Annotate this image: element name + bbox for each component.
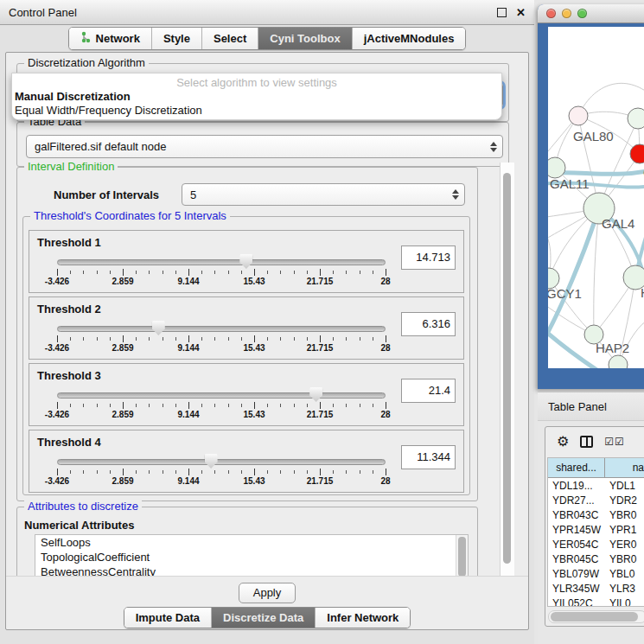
threshold-slider[interactable]: -3.4262.8599.14415.4321.71528 <box>38 318 394 357</box>
slider-handle[interactable] <box>205 454 218 469</box>
tick-mark <box>280 404 281 407</box>
float-window-icon[interactable] <box>497 8 507 17</box>
tab-infer-network[interactable]: Infer Network <box>315 608 410 628</box>
scale-label: 2.859 <box>112 476 133 486</box>
slider-track[interactable] <box>57 459 386 465</box>
network-canvas[interactable]: GAL80GACGAL11GAL4GCY1HHAP2 <box>548 27 644 368</box>
tab-impute-data[interactable]: Impute Data <box>124 608 211 628</box>
slider-track[interactable] <box>57 392 386 399</box>
network-node-ga[interactable] <box>628 108 644 129</box>
slider-track[interactable] <box>57 326 386 332</box>
number-of-intervals-combobox[interactable]: 5 <box>182 183 465 206</box>
tab-style[interactable]: Style <box>151 28 201 49</box>
table-row[interactable]: YLR345WYLR3 <box>548 581 644 596</box>
attribute-item-betweennesscentrality[interactable]: BetweennessCentrality <box>35 564 468 576</box>
tick-mark <box>97 470 98 474</box>
threshold-slider[interactable]: -3.4262.8599.14415.4321.71528 <box>38 252 394 290</box>
algorithm-option-equal-width[interactable]: Equal Width/Frequency Discretization <box>12 103 501 117</box>
cell-shared-name: YER054C <box>548 539 605 551</box>
table-row[interactable]: YDR27...YDR2 <box>548 493 644 507</box>
table-row[interactable]: YER054CYER0 <box>548 537 644 552</box>
tab-label: Discretize Data <box>223 611 303 624</box>
tick-mark <box>214 271 215 274</box>
tab-network[interactable]: Network <box>69 28 151 49</box>
scale-label: 21.715 <box>307 343 334 353</box>
column-header-shared[interactable]: shared... <box>548 458 605 477</box>
table-row[interactable]: YPR145WYPR1 <box>548 522 644 537</box>
tick-mark <box>70 404 71 407</box>
slider-handle[interactable] <box>309 387 322 402</box>
algorithm-placeholder-option[interactable]: Select algorithm to view settings <box>12 73 501 89</box>
threshold-panels: Threshold 1-3.4262.8599.14415.4321.71528… <box>23 227 469 494</box>
threshold-value-field[interactable]: 6.316 <box>401 312 456 336</box>
apply-button[interactable]: Apply <box>239 583 296 603</box>
network-graph[interactable]: GAL80GACGAL11GAL4GCY1HHAP2 <box>548 27 644 368</box>
table-data-combobox[interactable]: galFiltered.sif default node <box>26 135 503 158</box>
slider-ticks <box>57 469 386 475</box>
list-scrollbar-thumb[interactable] <box>458 537 466 576</box>
tick-mark <box>97 337 98 341</box>
scale-label: 2.859 <box>112 410 133 419</box>
tick-mark <box>83 470 84 474</box>
tab-label: Style <box>163 32 190 45</box>
close-traffic-light-icon[interactable] <box>546 9 556 18</box>
scale-label: 15.43 <box>243 277 265 286</box>
tab-select[interactable]: Select <box>201 28 258 49</box>
zoom-traffic-light-icon[interactable] <box>577 9 587 18</box>
threshold-value-field[interactable]: 21.4 <box>401 379 456 403</box>
threshold-label: Threshold 1 <box>37 236 101 249</box>
tick-mark <box>386 402 386 409</box>
attribute-item-topologicalcoefficient[interactable]: TopologicalCoefficient <box>35 550 468 564</box>
select-columns-checkboxes-icon[interactable]: ☑☑ <box>604 436 625 448</box>
columns-icon[interactable] <box>580 436 593 448</box>
horizontal-scrollbar[interactable] <box>548 610 644 623</box>
vertical-scrollbar-thumb[interactable] <box>503 173 511 564</box>
list-scrollbar[interactable] <box>456 535 468 576</box>
table-row[interactable]: YBL079WYBL0 <box>548 566 644 581</box>
table-row[interactable]: YIL052CYIL0 <box>548 596 644 607</box>
slider-handle[interactable] <box>239 254 252 269</box>
scale-label: 28 <box>380 410 390 419</box>
cell-name: YIL0 <box>605 597 644 608</box>
cell-shared-name: YLR345W <box>548 583 605 595</box>
threshold-label: Threshold 2 <box>37 303 101 316</box>
tab-label: Select <box>214 32 246 45</box>
minimize-traffic-light-icon[interactable] <box>562 9 571 18</box>
horizontal-scrollbar-thumb[interactable] <box>551 612 638 622</box>
gear-icon[interactable]: ⚙ <box>557 435 569 449</box>
tick-mark <box>386 335 386 342</box>
tick-mark <box>57 469 58 475</box>
close-icon[interactable]: ✕ <box>516 7 526 18</box>
table-row[interactable]: YBR045CYBR0 <box>548 552 644 566</box>
threshold-slider[interactable]: -3.4262.8599.14415.4321.71528 <box>38 385 394 424</box>
node-label: H <box>641 285 644 300</box>
threshold-value-field[interactable]: 11.344 <box>401 445 456 469</box>
algorithm-option-manual[interactable]: Manual Discretization <box>12 89 501 103</box>
threshold-slider[interactable]: -3.4262.8599.14415.4321.71528 <box>38 451 394 490</box>
slider-handle[interactable] <box>152 321 165 335</box>
numerical-attributes-list[interactable]: SelfLoopsTopologicalCoefficientBetweenne… <box>35 534 469 576</box>
tick-mark <box>175 470 176 474</box>
scale-label: 15.43 <box>243 343 265 353</box>
threshold-value-field[interactable]: 14.713 <box>401 245 456 270</box>
table-row[interactable]: YBR043CYBR0 <box>548 507 644 522</box>
attribute-item-selfloops[interactable]: SelfLoops <box>35 535 468 550</box>
table-row[interactable]: YDL19...YDL1 <box>548 478 644 493</box>
slider-track[interactable] <box>57 259 386 265</box>
number-of-intervals-value: 5 <box>190 188 196 201</box>
tab-cyni-toolbox[interactable]: Cyni Toolbox <box>258 28 351 49</box>
tick-mark <box>175 337 176 341</box>
tab-jactivemnodules[interactable]: jActiveMNodules <box>352 28 466 49</box>
top-tab-row: NetworkStyleSelectCyni ToolboxjActiveMNo… <box>0 27 534 50</box>
scale-label: 2.859 <box>112 277 133 286</box>
vertical-scrollbar[interactable] <box>500 163 514 576</box>
network-node-gal11[interactable] <box>548 157 565 178</box>
thresholds-group-label: Threshold's Coordinates for 5 Intervals <box>30 209 230 222</box>
network-node-gal80[interactable] <box>569 106 588 125</box>
column-header-na[interactable]: na <box>605 458 644 477</box>
tab-discretize-data[interactable]: Discretize Data <box>211 608 315 628</box>
tick-mark <box>241 404 242 407</box>
attributes-to-discretize-group: Attributes to discretize Numerical Attri… <box>16 507 478 576</box>
tick-mark <box>360 404 360 407</box>
cell-name: YLR3 <box>605 583 644 595</box>
